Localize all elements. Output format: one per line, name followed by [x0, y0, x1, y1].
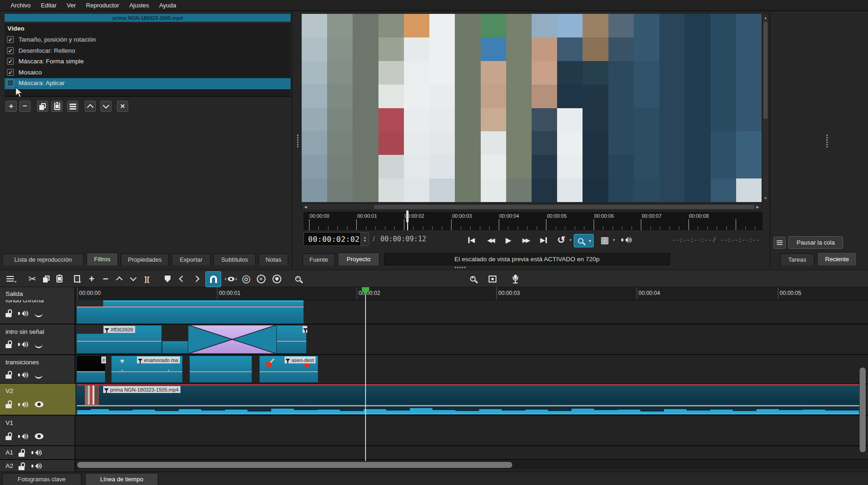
lock-icon[interactable] — [6, 313, 12, 317]
current-time-spinbox[interactable]: 00:00:02:02 ▲ ▼ — [304, 232, 369, 246]
overwrite-button[interactable] — [70, 272, 83, 285]
tab-fuente[interactable]: Fuente — [303, 253, 335, 265]
menu-reproductor[interactable]: Reproductor — [81, 2, 124, 9]
speaker-icon[interactable] — [18, 433, 28, 440]
lock-icon[interactable] — [19, 453, 25, 457]
clip-after-transition[interactable] — [276, 325, 307, 354]
timeline-hscroll-handle[interactable] — [77, 462, 512, 468]
hscroll-handle[interactable] — [374, 205, 754, 209]
filter-set-button[interactable] — [67, 101, 78, 112]
track-header-v2[interactable]: V2 — [0, 384, 75, 415]
scroll-up-icon[interactable]: ▲ — [763, 15, 769, 21]
eye-closed-icon[interactable] — [35, 343, 43, 348]
tab-notas[interactable]: Notas — [259, 253, 288, 265]
filter-row-size-position[interactable]: ✓ Tamaño, posición y rotación — [5, 35, 291, 45]
clip-fondo-chroma[interactable] — [76, 300, 304, 324]
menu-ver[interactable]: Ver — [62, 2, 81, 9]
fast-forward-button[interactable]: ▶▶ — [517, 233, 534, 246]
volume-button[interactable] — [619, 233, 634, 246]
splitter-handle[interactable] — [297, 134, 298, 148]
transition-clip[interactable] — [188, 325, 276, 354]
zoom-mode-caret[interactable]: ▾ — [587, 234, 594, 247]
split-button[interactable]: ][ — [141, 272, 154, 285]
eye-closed-icon[interactable] — [35, 373, 43, 379]
speaker-icon[interactable] — [18, 371, 28, 379]
grid-button[interactable]: ▦ — [598, 233, 612, 246]
paste-button[interactable] — [53, 272, 66, 285]
ripple-button[interactable]: ◎ — [240, 272, 253, 285]
vscroll-handle[interactable] — [763, 22, 768, 119]
speaker-icon[interactable] — [18, 310, 28, 317]
remove-filter-button[interactable]: − — [19, 101, 31, 112]
loop-button[interactable]: ↺ — [554, 233, 568, 246]
next-marker-button[interactable] — [190, 272, 203, 285]
speaker-icon[interactable] — [31, 449, 42, 456]
track-header-fondo-chroma[interactable]: fondo chroma — [0, 300, 75, 323]
jobs-menu-button[interactable] — [774, 237, 786, 249]
splitter-handle-right[interactable] — [826, 134, 828, 148]
loop-menu-caret[interactable]: ▾ — [568, 233, 573, 246]
timeline-vscroll-handle[interactable] — [860, 368, 866, 452]
clip-color-ff363939[interactable]: #ff363939 — [76, 325, 162, 354]
tab-filtros[interactable]: Filtros — [87, 252, 118, 265]
overwrite-down-button[interactable] — [127, 272, 140, 285]
filter-checkbox[interactable]: ✓ — [7, 36, 14, 43]
clip-enamorado[interactable]: ♥● ♥● enamorado ma — [111, 356, 183, 383]
zoom-mode-button[interactable] — [574, 234, 587, 247]
copy-filters-button[interactable] — [37, 101, 48, 112]
tab-tareas[interactable]: Tareas — [780, 253, 814, 265]
filter-row-mask-simple[interactable]: ✓ Máscara: Forma simple — [5, 56, 291, 67]
tab-linea-de-tiempo[interactable]: Línea de tiempo — [85, 473, 158, 485]
paste-filters-button[interactable] — [51, 101, 62, 112]
filter-row-mosaic[interactable]: ✓ Mosaico — [5, 68, 291, 78]
speaker-icon[interactable] — [18, 401, 28, 408]
snap-toggle-button[interactable] — [205, 271, 221, 287]
track-header-intro-sin-senal[interactable]: intro sin señal — [0, 325, 75, 354]
grid-menu-caret[interactable]: ▾ — [612, 233, 616, 246]
deselect-filter-button[interactable]: × — [117, 101, 128, 112]
zoom-fit-button[interactable] — [486, 272, 499, 285]
tab-reciente[interactable]: Reciente — [817, 252, 857, 265]
rewind-button[interactable]: ◀◀ — [482, 233, 499, 246]
clip-aseo[interactable]: aseo-dest — [259, 356, 318, 383]
preview-vscrollbar[interactable]: ▲ ▼ — [762, 14, 769, 202]
scroll-right-icon[interactable]: ▶ — [755, 204, 761, 210]
filter-checkbox[interactable]: ✓ — [7, 58, 14, 65]
spin-down-icon[interactable]: ▼ — [363, 239, 366, 242]
tab-exportar[interactable]: Exportar — [172, 253, 211, 265]
video-preview[interactable] — [302, 14, 762, 202]
track-header-transiciones[interactable]: transiciones — [0, 355, 75, 384]
scrub-while-dragging-button[interactable]: ‹ › — [223, 272, 239, 285]
timeline-hscrollbar[interactable] — [76, 461, 868, 469]
tab-lista-de-reproduccion[interactable]: Lista de reproducción — [2, 253, 84, 265]
filter-row-mask-apply[interactable]: Máscara: Aplicar — [5, 78, 291, 89]
lock-icon[interactable] — [6, 374, 12, 379]
lift-button[interactable] — [113, 272, 126, 285]
eye-open-icon[interactable] — [35, 433, 43, 439]
preview-hscrollbar[interactable]: ◀ ▶ — [302, 203, 762, 210]
ripple-delete-button[interactable]: − — [99, 272, 112, 285]
skip-next-button[interactable]: ▶ — [536, 233, 552, 246]
timeline-ruler[interactable]: 00:00:00 00:00:01 00:00:02 00:00:03 00:0… — [76, 287, 868, 301]
tab-subtitulos[interactable]: Subtítulos — [213, 253, 256, 265]
bottom-splitter-handle[interactable] — [455, 267, 465, 268]
eye-open-icon[interactable] — [35, 401, 43, 407]
cut-button[interactable]: ✂ — [26, 272, 39, 285]
tab-propiedades[interactable]: Propiedades — [121, 253, 169, 265]
panel-splitter[interactable] — [291, 11, 292, 268]
pause-queue-button[interactable]: Pausar la cola — [788, 236, 843, 249]
speaker-icon[interactable] — [18, 341, 28, 348]
player-ruler[interactable]: 00:00:00 00:00:01 00:00:02 00:00:03 00:0… — [304, 212, 763, 230]
copy-button[interactable] — [40, 272, 53, 285]
previous-marker-button[interactable] — [176, 272, 189, 285]
menu-archivo[interactable]: Archivo — [6, 2, 36, 9]
lock-icon[interactable] — [6, 344, 12, 348]
filter-checkbox[interactable]: ✓ — [7, 47, 14, 54]
track-header-v1[interactable]: V1 — [0, 416, 75, 445]
scroll-left-icon[interactable]: ◀ — [303, 204, 309, 210]
skip-previous-button[interactable]: ◀ — [464, 233, 479, 246]
eye-closed-icon[interactable] — [35, 312, 43, 317]
menu-ajustes[interactable]: Ajustes — [124, 2, 154, 9]
marker-button[interactable] — [161, 272, 174, 285]
output-track-label[interactable]: Salida — [6, 290, 23, 297]
